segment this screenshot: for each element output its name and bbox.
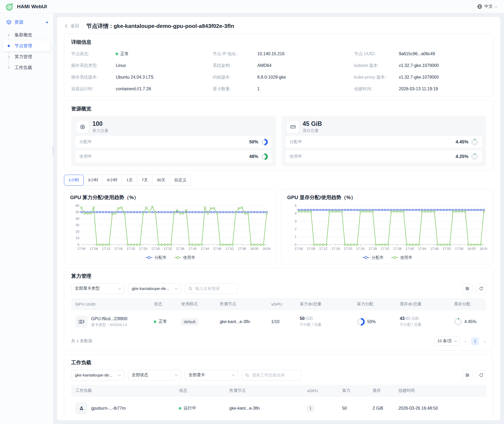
time-tab-6[interactable]: 30天 <box>152 175 170 186</box>
topbar: HAMi WebUI 中文 <box>0 0 504 13</box>
sidebar-item-compute-management[interactable]: 算力管理 <box>3 51 50 62</box>
compute-overview-head: 100 算力总量 <box>75 120 272 133</box>
svg-text:17:12: 17:12 <box>102 247 110 251</box>
workload-status-select-value: 全部状态 <box>132 372 148 378</box>
workload-node-select[interactable]: gke-kantaloupe-de... <box>71 370 124 380</box>
page-size-select[interactable]: 10 条/页 <box>434 337 460 346</box>
workload-table-row: gpuburn-...-lb77m 运行中 gke-kant...e-3fln … <box>71 397 486 420</box>
svg-text:17:28: 17:28 <box>151 247 160 251</box>
refresh-button[interactable] <box>476 370 486 380</box>
legend-marker-icon <box>145 256 153 259</box>
cube-icon <box>6 20 11 25</box>
alloc-rate-donut <box>261 139 268 145</box>
gpu-type-select[interactable]: 全部显卡类型 <box>71 283 124 294</box>
compute-overview-card: 100 算力总量 分配率 50% 使用率 48% <box>71 116 276 166</box>
detail-field-value: 9a615c96...a06c49 <box>399 52 435 56</box>
gpu-compute-alloc: 50% <box>357 318 393 326</box>
workload-node-select-value: gke-kantaloupe-de... <box>75 373 112 378</box>
back-button[interactable]: 返回 <box>64 23 79 29</box>
usage-rate-value: 4.25% <box>456 154 468 159</box>
svg-text:17:24: 17:24 <box>139 247 147 251</box>
legend-marker-icon <box>391 256 398 259</box>
svg-text:17:44: 17:44 <box>201 247 209 251</box>
node-select-value: gke-kantaloupe-de... <box>132 286 169 291</box>
next-page-button[interactable]: › <box>483 338 486 344</box>
sidebar-item-node-management[interactable]: 节点管理 <box>3 40 50 51</box>
search-icon <box>188 286 193 291</box>
page-number-1[interactable]: 1 <box>471 337 479 345</box>
language-label: 中文 <box>484 4 493 9</box>
detail-field-label: 创建时间: <box>354 86 399 92</box>
time-tab-5[interactable]: 7天 <box>137 175 152 186</box>
usage-rate-donut <box>261 153 268 160</box>
content-area: 返回 节点详情 : gke-kantaloupe-demo-gpu-pool-a… <box>53 13 504 424</box>
legend-item-分配率[interactable]: 分配率 <box>362 255 383 260</box>
gpu-uuid-link[interactable]: GPU-f9cd...23f800 <box>91 316 127 321</box>
legend-item-分配率[interactable]: 分配率 <box>145 255 166 260</box>
detail-field-value: Linux <box>116 63 126 68</box>
svg-text:0: 0 <box>78 243 79 247</box>
gpu-node: gke-kant...e-3fln <box>216 319 268 324</box>
detail-field-label: 系统架构: <box>213 63 257 68</box>
time-tab-4[interactable]: 1天 <box>122 175 137 186</box>
time-tab-7[interactable]: 自定义 <box>170 175 191 186</box>
alloc-rate-value: 50% <box>249 139 258 145</box>
detail-field-value: containerd://1.7.26 <box>116 87 151 91</box>
workload-created: 2026-03-26 16:48:50 <box>395 406 485 411</box>
prev-page-button[interactable]: ‹ <box>464 338 467 344</box>
detail-field-label: 显卡数量: <box>213 86 257 92</box>
gpu-search-input[interactable] <box>195 286 234 291</box>
detail-field-value: 6.8.0-1029-gke <box>257 75 286 80</box>
chevron-down-icon <box>232 373 234 376</box>
overview-cards: 100 算力总量 分配率 50% 使用率 48% <box>71 116 486 166</box>
column-settings-button[interactable] <box>462 284 472 294</box>
legend-item-使用率[interactable]: 使用率 <box>391 255 412 260</box>
svg-text:5: 5 <box>294 204 296 208</box>
svg-text:60: 60 <box>76 204 79 208</box>
workload-table-header: 工作负载 状态 所属节点 vGPU 算力 显存 创建时间 <box>71 385 486 397</box>
sidebar-group-resources[interactable]: 资源 <box>0 13 53 29</box>
refresh-button[interactable] <box>476 284 486 294</box>
language-selector[interactable]: 中文 <box>477 4 497 9</box>
memory-overview-card: 45 GiB 显存总量 分配率 4.45% 使用率 4.25% <box>281 116 486 166</box>
compute-trend-chart: 010203040506017:0417:0817:1217:1617:2017… <box>70 203 270 254</box>
chevron-down-icon <box>118 286 121 289</box>
svg-text:17:48: 17:48 <box>213 247 221 251</box>
detail-field: 操作系统类型:Linux <box>71 63 203 68</box>
compute-total-count: 共 1 条数据 <box>71 338 92 344</box>
detail-field-value: Ubuntu 24.04.3 LTS <box>116 75 153 80</box>
sidebar-item-workloads[interactable]: 工作负载 <box>3 62 50 73</box>
back-label: 返回 <box>71 23 79 29</box>
sidebar: 资源 集群概览 节点管理 算力管理 工作负载 <box>0 13 53 424</box>
svg-text:17:40: 17:40 <box>188 247 197 251</box>
svg-text:17:36: 17:36 <box>176 247 184 251</box>
memory-trend-chart-card: GPU 显存分配/使用趋势（%） 01234517:0417:0817:1217… <box>281 189 494 264</box>
time-tab-2[interactable]: 3小时 <box>83 175 103 186</box>
gpu-compute-remaining: 50/100 可分配 / 总量 <box>297 316 354 327</box>
workload-search-input[interactable] <box>251 372 298 378</box>
sidebar-item-cluster-overview[interactable]: 集群概览 <box>3 29 50 40</box>
detail-field-value: v1.32.7-gke.1079000 <box>399 75 439 80</box>
detail-panel: 详细信息 节点状态:正常节点 IP 地址:10.140.15.216节点 UUI… <box>64 34 493 97</box>
detail-field: 操作系统版本:Ubuntu 24.04.3 LTS <box>71 74 203 80</box>
legend-item-使用率[interactable]: 使用率 <box>174 255 195 260</box>
workload-gpu-select[interactable]: 全部显卡 <box>185 370 238 380</box>
workload-status-select[interactable]: 全部状态 <box>128 370 181 380</box>
svg-text:17:20: 17:20 <box>344 247 352 251</box>
time-tab-3[interactable]: 6小时 <box>102 175 122 186</box>
svg-text:18:04: 18:04 <box>262 247 270 251</box>
compute-trend-title: GPU 算力分配/使用趋势（%） <box>70 194 270 201</box>
svg-text:17:24: 17:24 <box>356 247 364 251</box>
svg-text:40: 40 <box>76 217 79 221</box>
node-select[interactable]: gke-kantaloupe-de... <box>128 283 181 294</box>
memory-overview-head: 45 GiB 显存总量 <box>286 120 482 133</box>
sidebar-group-label: 资源 <box>14 19 43 25</box>
svg-text:4: 4 <box>294 212 296 216</box>
time-tab-1[interactable]: 1小时 <box>64 175 84 186</box>
chevron-down-icon <box>118 373 121 376</box>
legend-marker-icon <box>174 256 181 259</box>
column-settings-button[interactable] <box>462 370 472 380</box>
detail-panel-title: 详细信息 <box>71 39 486 46</box>
workload-name-link[interactable]: gpuburn-...-lb77m <box>91 406 126 411</box>
workload-filters: gke-kantaloupe-de... 全部状态 全部显卡 <box>71 370 486 380</box>
